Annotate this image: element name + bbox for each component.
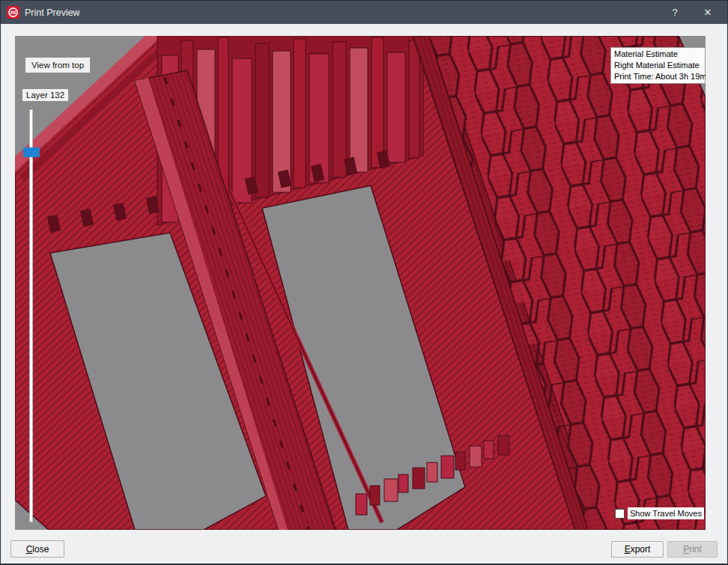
titlebar[interactable]: Print Preview ? ✕ <box>1 1 727 24</box>
export-button[interactable]: Export <box>611 541 664 558</box>
layer-slider-handle[interactable] <box>23 147 40 157</box>
print-preview-window: Print Preview ? ✕ <box>0 0 728 565</box>
close-button[interactable]: Close <box>10 540 64 558</box>
material-estimate-panel: Material Estimate Right Material Estimat… <box>610 47 706 84</box>
print-button-label: Print <box>683 544 702 555</box>
print-time-line: Print Time: About 3h 19m <box>614 71 705 82</box>
export-button-label: Export <box>625 544 651 555</box>
window-title: Print Preview <box>25 7 80 18</box>
sliced-model-render <box>15 36 706 530</box>
right-material-estimate-line: Right Material Estimate <box>614 60 705 71</box>
show-travel-moves-label: Show Travel Moves <box>628 507 704 519</box>
window-close-button[interactable]: ✕ <box>693 1 723 24</box>
show-travel-moves-checkbox[interactable] <box>615 509 625 519</box>
print-preview-3d-viewport[interactable]: View from top Layer 132 Material Estimat… <box>15 36 706 530</box>
makerbot-logo-icon <box>7 6 19 19</box>
view-from-top-button[interactable]: View from top <box>25 57 91 73</box>
material-estimate-line: Material Estimate <box>614 49 705 60</box>
layer-slider-track[interactable] <box>29 109 33 522</box>
print-button[interactable]: Print <box>667 541 718 558</box>
show-travel-moves-control: Show Travel Moves <box>615 507 704 519</box>
help-button[interactable]: ? <box>660 1 690 24</box>
layer-indicator: Layer 132 <box>22 89 68 101</box>
close-button-label: Close <box>26 544 49 555</box>
